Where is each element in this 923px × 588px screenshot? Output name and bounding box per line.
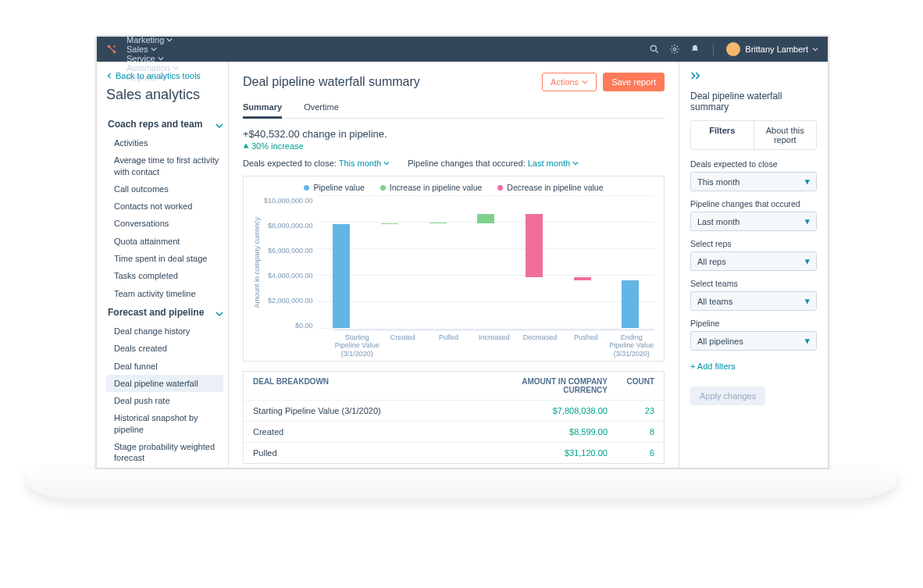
left-sidebar: Back to analytics tools Sales analytics …: [97, 62, 228, 468]
add-filters-link[interactable]: + Add filters: [690, 362, 817, 371]
filter-label: Select teams: [690, 279, 817, 288]
search-icon[interactable]: [649, 44, 660, 55]
x-axis-label: Pulled: [426, 330, 472, 358]
top-navbar: Contacts Conversations Marketing Sales S…: [97, 37, 828, 62]
sidebar-item[interactable]: Contacts not worked: [106, 198, 223, 215]
increase-indicator: 30% increase: [243, 141, 665, 151]
sidebar-item[interactable]: Time spent in deal stage: [106, 250, 223, 267]
sidebar-item[interactable]: Deal change history: [106, 323, 223, 340]
back-to-analytics-link[interactable]: Back to analytics tools: [106, 71, 223, 80]
actions-button[interactable]: Actions: [542, 73, 597, 91]
user-avatar[interactable]: [726, 42, 740, 56]
waterfall-bar: [381, 223, 398, 224]
sidebar-item[interactable]: Tasks completed: [106, 267, 223, 284]
right-tab-about[interactable]: About this report: [754, 121, 817, 149]
nav-marketing[interactable]: Marketing: [127, 35, 190, 45]
filter-label: Deals expected to close: [690, 159, 817, 169]
filter-label: Pipeline: [690, 319, 817, 328]
deal-breakdown-table: DEAL BREAKDOWN AMOUNT IN COMPANY CURRENC…: [243, 371, 665, 464]
waterfall-bar: [574, 277, 591, 280]
gear-icon[interactable]: [669, 44, 680, 55]
x-axis-label: Pushed: [563, 330, 609, 358]
x-axis-label: Created: [380, 330, 426, 358]
sidebar-item[interactable]: Average time to first activity with cont…: [106, 151, 223, 180]
chevron-down-icon: [812, 46, 818, 52]
x-axis-label: Ending Pipeline Value (3/31/2020): [608, 330, 654, 358]
waterfall-bar: [526, 214, 543, 277]
filter-select[interactable]: All pipelines▾: [690, 331, 817, 351]
svg-point-1: [113, 45, 115, 47]
x-axis-label: Decreased: [517, 330, 563, 358]
back-link-label: Back to analytics tools: [116, 71, 201, 80]
nav-sales[interactable]: Sales: [127, 45, 190, 54]
table-header-name: DEAL BREAKDOWN: [253, 377, 483, 394]
sidebar-item[interactable]: Quota attainment: [106, 233, 223, 250]
waterfall-bar: [477, 214, 494, 223]
table-row[interactable]: Created$8,599.008: [244, 421, 664, 442]
sidebar-item[interactable]: Stage probability weighted forecast: [106, 438, 223, 467]
sidebar-group-1[interactable]: Forecast and pipeline: [106, 302, 223, 323]
bell-icon[interactable]: [690, 44, 700, 55]
sidebar-item[interactable]: Conversations: [106, 215, 223, 232]
inline-filters: Deals expected to close: This month Pipe…: [243, 159, 665, 168]
sidebar-item[interactable]: Deal push rate: [106, 392, 223, 409]
hubspot-logo-icon: [106, 44, 117, 55]
filter-select[interactable]: All teams▾: [690, 291, 817, 311]
sidebar-item[interactable]: Deal pipeline waterfall: [106, 375, 223, 392]
apply-changes-button: Apply changes: [690, 387, 765, 405]
sidebar-item[interactable]: Deal funnel: [106, 358, 223, 375]
report-title: Deal pipeline waterfall summary: [243, 75, 542, 89]
sidebar-group-0[interactable]: Coach reps and team: [106, 114, 223, 134]
table-header-count: COUNT: [608, 377, 654, 394]
collapse-panel-icon[interactable]: [690, 71, 703, 83]
table-header-amount: AMOUNT IN COMPANY CURRENCY: [483, 377, 608, 394]
svg-point-4: [674, 48, 677, 51]
main-content: Deal pipeline waterfall summary Actions …: [228, 62, 679, 468]
x-axis-label: Increased: [472, 330, 518, 358]
legend-item: Pipeline value: [304, 183, 364, 192]
waterfall-bar: [429, 223, 447, 223]
pipeline-change-stat: +$40,532.00 change in pipeline.: [243, 128, 665, 140]
table-row[interactable]: Pulled$31,120.006: [244, 442, 664, 463]
filter-label: Select reps: [690, 239, 817, 248]
save-report-button[interactable]: Save report: [603, 73, 665, 91]
filter-label: Pipeline changes that occured: [690, 199, 817, 208]
sidebar-item[interactable]: Activities: [106, 134, 223, 151]
user-name[interactable]: Brittany Lambert: [745, 45, 808, 54]
sidebar-title: Sales analytics: [106, 87, 223, 103]
filter-select[interactable]: Last month▾: [690, 212, 817, 231]
waterfall-chart: Pipeline valueIncrease in pipeline value…: [243, 176, 665, 362]
sidebar-item[interactable]: Deals created: [106, 340, 223, 357]
x-axis-label: Starting Pipeline Value (3/1/2020): [334, 330, 380, 358]
legend-item: Decrease in pipeline value: [497, 183, 603, 192]
waterfall-bar: [333, 224, 350, 328]
sidebar-item[interactable]: Team activity timeline: [106, 285, 223, 302]
filter-expected-close[interactable]: This month: [339, 159, 393, 168]
tab-summary[interactable]: Summary: [243, 98, 282, 119]
right-panel-title: Deal pipeline waterfall summary: [690, 91, 817, 112]
right-tab-filters[interactable]: Filters: [691, 121, 754, 149]
sidebar-item[interactable]: Call outcomes: [106, 180, 223, 198]
waterfall-bar: [622, 280, 639, 328]
filter-select[interactable]: This month▾: [690, 172, 817, 191]
table-row[interactable]: Starting Pipeline Value (3/1/2020)$7,808…: [244, 400, 664, 421]
report-tabs: Summary Overtime: [243, 98, 665, 119]
svg-point-3: [651, 45, 657, 51]
sidebar-group-2[interactable]: Sales Outcomes: [106, 467, 223, 468]
sidebar-item[interactable]: Historical snapshot by pipeline: [106, 409, 223, 438]
y-axis-label: Amount in company currency: [253, 217, 261, 308]
filter-changes-occured[interactable]: Last month: [528, 159, 579, 168]
laptop-base-decoration: [27, 469, 897, 499]
legend-item: Increase in pipeline value: [380, 183, 483, 192]
filter-select[interactable]: All reps▾: [690, 251, 817, 271]
tab-overtime[interactable]: Overtime: [304, 98, 339, 118]
right-panel: Deal pipeline waterfall summary Filters …: [679, 62, 828, 468]
